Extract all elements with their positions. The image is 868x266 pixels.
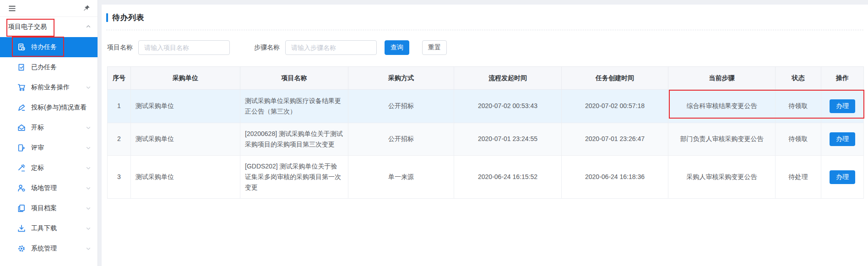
sidebar-item-label: 系统管理 xyxy=(31,244,86,253)
sidebar-group-project-etrading[interactable]: 项目电子交易 xyxy=(0,17,98,37)
cell-start_time: 2020-07-02 00:53:43 xyxy=(454,90,562,123)
sidebar-item-5[interactable]: 开标 xyxy=(0,118,98,138)
cell-create_time: 2020-07-01 23:26:47 xyxy=(562,123,668,156)
cell-seq: 1 xyxy=(108,90,131,123)
cell-seq: 3 xyxy=(108,156,131,199)
page-title: 待办列表 xyxy=(112,12,144,23)
sidebar-item-8[interactable]: 场地管理 xyxy=(0,178,98,198)
table-row: 3测试采购单位[GDDS202] 测试采购单位关于验证集采多岗审核的采购项目第一… xyxy=(108,156,864,199)
table-header-row: 序号采购单位项目名称采购方式流程发起时间任务创建时间当前步骤状态操作 xyxy=(108,67,864,90)
done-tasks-icon xyxy=(17,63,26,71)
handle-button[interactable]: 办理 xyxy=(830,132,855,146)
todo-tasks-icon xyxy=(17,43,26,51)
sidebar-item-label: 定标 xyxy=(31,164,86,172)
todo-table: 序号采购单位项目名称采购方式流程发起时间任务创建时间当前步骤状态操作 1测试采购… xyxy=(107,66,864,199)
column-header: 操作 xyxy=(821,67,864,90)
sidebar-item-label: 评审 xyxy=(31,144,86,152)
chevron-down-icon xyxy=(86,125,91,130)
table-row: 1测试采购单位测试采购单位采购医疗设备结果更正公告（第三次）公开招标2020-0… xyxy=(108,90,864,123)
cell-project: [20200628] 测试采购单位关于测试采购项目的采购项目第三次变更 xyxy=(240,123,348,156)
sidebar-group-label: 项目电子交易 xyxy=(8,23,47,31)
sidebar-item-2[interactable]: 已办任务 xyxy=(0,57,98,77)
cell-project: 测试采购单位采购医疗设备结果更正公告（第三次） xyxy=(240,90,348,123)
cell-step: 部门负责人审核采购变更公告 xyxy=(668,123,776,156)
page-title-row: 待办列表 xyxy=(106,12,863,22)
step-name-input[interactable] xyxy=(285,40,377,55)
cell-step: 采购人审核采购变更公告 xyxy=(668,156,776,199)
column-header: 流程发起时间 xyxy=(454,67,562,90)
search-button[interactable]: 查询 xyxy=(385,40,409,55)
cell-step: 综合科审核结果变更公告 xyxy=(668,90,776,123)
sidebar-item-label: 项目档案 xyxy=(31,204,86,212)
cell-method: 公开招标 xyxy=(348,123,454,156)
cell-org: 测试采购单位 xyxy=(131,90,240,123)
cell-project: [GDDS202] 测试采购单位关于验证集采多岗审核的采购项目第一次变更 xyxy=(240,156,348,199)
venue-manage-icon xyxy=(17,184,26,192)
chevron-down-icon xyxy=(86,185,91,191)
cell-status: 待领取 xyxy=(776,90,821,123)
cell-org: 测试采购单位 xyxy=(131,156,240,199)
chevron-down-icon xyxy=(86,165,91,171)
project-archive-icon xyxy=(17,204,26,212)
sidebar-item-label: 标前业务操作 xyxy=(31,83,86,92)
sidebar-item-label: 待办任务 xyxy=(31,43,91,51)
sidebar-item-label: 投标(参与)情况查看 xyxy=(31,103,91,112)
chevron-down-icon xyxy=(86,206,91,211)
sidebar-item-3[interactable]: 标前业务操作 xyxy=(0,77,98,98)
cell-method: 公开招标 xyxy=(348,90,454,123)
handle-button[interactable]: 办理 xyxy=(830,170,855,184)
cell-action: 办理 xyxy=(821,90,864,123)
cell-start_time: 2020-06-24 16:15:52 xyxy=(454,156,562,199)
cell-method: 单一来源 xyxy=(348,156,454,199)
title-accent-bar xyxy=(106,13,108,22)
system-settings-icon xyxy=(17,244,26,253)
review-icon xyxy=(17,144,26,152)
cell-action: 办理 xyxy=(821,123,864,156)
cell-start_time: 2020-07-01 23:24:55 xyxy=(454,123,562,156)
cell-org: 测试采购单位 xyxy=(131,123,240,156)
sidebar: 项目电子交易 待办任务已办任务标前业务操作投标(参与)情况查看开标评审定标场地管… xyxy=(0,0,98,266)
hamburger-menu-icon[interactable] xyxy=(8,5,16,12)
pin-icon[interactable] xyxy=(83,5,90,12)
sidebar-menu: 待办任务已办任务标前业务操作投标(参与)情况查看开标评审定标场地管理项目档案工具… xyxy=(0,37,98,259)
column-header: 采购单位 xyxy=(131,67,240,90)
column-header: 任务创建时间 xyxy=(562,67,668,90)
divider xyxy=(106,30,863,30)
column-header: 状态 xyxy=(776,67,821,90)
cell-action: 办理 xyxy=(821,156,864,199)
bid-status-icon xyxy=(17,103,26,112)
sidebar-item-9[interactable]: 项目档案 xyxy=(0,198,98,218)
sidebar-item-label: 开标 xyxy=(31,124,86,132)
handle-button[interactable]: 办理 xyxy=(830,99,855,113)
sidebar-item-11[interactable]: 系统管理 xyxy=(0,239,98,259)
chevron-down-icon xyxy=(86,85,91,90)
filter-bar: 项目名称 步骤名称 查询 重置 xyxy=(106,40,863,55)
cell-seq: 2 xyxy=(108,123,131,156)
cell-create_time: 2020-06-24 16:18:36 xyxy=(562,156,668,199)
reset-button[interactable]: 重置 xyxy=(422,40,447,55)
cell-status: 待领取 xyxy=(776,123,821,156)
sidebar-topbar xyxy=(0,0,98,17)
table-row: 2测试采购单位[20200628] 测试采购单位关于测试采购项目的采购项目第三次… xyxy=(108,123,864,156)
award-gavel-icon xyxy=(17,164,26,172)
sidebar-item-label: 工具下载 xyxy=(31,224,86,233)
sidebar-item-6[interactable]: 评审 xyxy=(0,138,98,158)
sidebar-item-4[interactable]: 投标(参与)情况查看 xyxy=(0,98,98,118)
sidebar-item-7[interactable]: 定标 xyxy=(0,158,98,178)
sidebar-item-10[interactable]: 工具下载 xyxy=(0,218,98,239)
content-card: 待办列表 项目名称 步骤名称 查询 重置 序号采购单位项目名称采购方式流程发起时… xyxy=(102,5,868,266)
sidebar-item-label: 已办任务 xyxy=(31,63,91,71)
chevron-up-icon xyxy=(86,23,91,31)
column-header: 序号 xyxy=(108,67,131,90)
cell-create_time: 2020-07-02 00:57:18 xyxy=(562,90,668,123)
project-name-label: 项目名称 xyxy=(107,43,133,52)
chevron-down-icon xyxy=(86,246,91,251)
chevron-down-icon xyxy=(86,145,91,151)
chevron-down-icon xyxy=(86,226,91,231)
pre-bid-cart-icon xyxy=(17,83,26,92)
cell-status: 待处理 xyxy=(776,156,821,199)
tool-download-icon xyxy=(17,224,26,233)
sidebar-item-1[interactable]: 待办任务 xyxy=(0,37,98,57)
column-header: 当前步骤 xyxy=(668,67,776,90)
project-name-input[interactable] xyxy=(138,40,230,55)
